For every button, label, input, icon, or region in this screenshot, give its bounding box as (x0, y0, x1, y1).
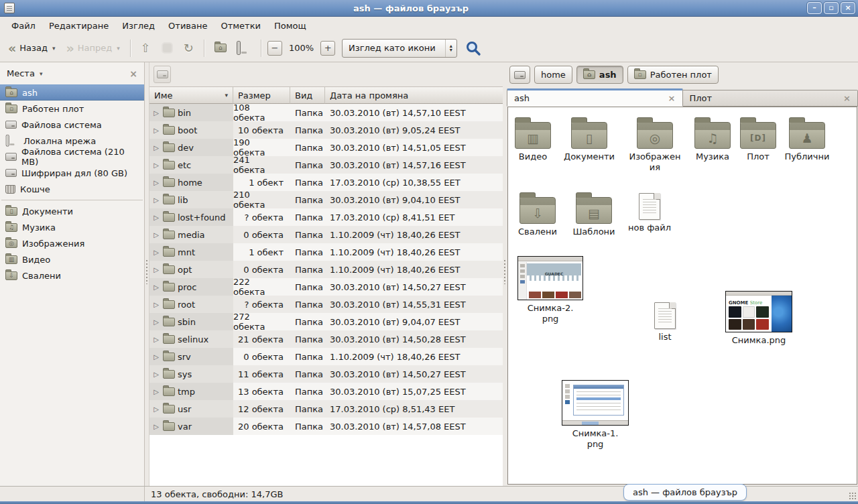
table-row[interactable]: ▷lib210 обектаПапка30.03.2010 (вт) 9,04,… (149, 191, 503, 208)
sidebar-item-filesystem-210mb[interactable]: Файлова система (210 MB) (0, 149, 144, 165)
table-row[interactable]: ▷media0 обектаПапка1.10.2009 (чт) 18,40,… (149, 226, 503, 243)
sidebar-item-home[interactable]: ⌂ ash (0, 84, 144, 101)
expander-icon[interactable]: ▷ (152, 318, 160, 326)
table-row[interactable]: ▷selinux21 обектаПапка30.03.2010 (вт) 14… (149, 330, 503, 348)
expander-icon[interactable]: ▷ (152, 231, 160, 239)
expander-icon[interactable]: ▷ (152, 127, 160, 134)
expander-icon[interactable]: ▷ (152, 214, 160, 221)
table-row[interactable]: ▷proc222 обектаПапка30.03.2010 (вт) 14,5… (149, 278, 503, 296)
expander-icon[interactable]: ▷ (152, 144, 160, 151)
sidebar-item-filesystem[interactable]: Файлова система (0, 117, 144, 133)
menu-view[interactable]: Изглед (116, 19, 161, 33)
view-mode-select[interactable]: Изглед като икони ▴▾ (342, 39, 457, 58)
table-row[interactable]: ▷sbin272 обектаПапка30.03.2010 (вт) 9,04… (149, 313, 503, 330)
path-ash-button[interactable]: ⌂ ash (576, 66, 623, 84)
expander-icon[interactable]: ▷ (152, 109, 160, 117)
minimize-button[interactable]: – (807, 2, 822, 14)
sidebar-item-desktop[interactable]: ▫ Работен плот (0, 101, 144, 117)
places-header[interactable]: Места (7, 68, 35, 78)
column-header-date[interactable]: Дата на промяна (325, 87, 503, 104)
sidebar-item-trash[interactable]: Кошче (0, 181, 144, 197)
back-button[interactable]: « Назад ▾ (4, 40, 59, 56)
expander-icon[interactable]: ▷ (152, 162, 160, 169)
expander-icon[interactable]: ▷ (152, 249, 160, 256)
table-row[interactable]: ▷srv0 обектаПапка1.10.2009 (чт) 18,40,26… (149, 348, 503, 365)
table-row[interactable]: ▷tmp13 обектаПапка30.03.2010 (вт) 15,07,… (149, 383, 503, 400)
sidebar-item-downloads[interactable]: ⇩ Свалени (0, 267, 144, 284)
table-row[interactable]: ▷home1 обектПапка17.03.2010 (ср) 10,38,5… (149, 174, 503, 191)
menu-file[interactable]: Файл (5, 19, 42, 33)
stop-button[interactable] (158, 39, 177, 57)
zoom-in-button[interactable]: + (320, 41, 335, 56)
tab-close-icon[interactable]: × (843, 93, 851, 103)
pane-splitter[interactable] (145, 62, 149, 486)
table-row[interactable]: ▷sys11 обектаПапка30.03.2010 (вт) 14,50,… (149, 365, 503, 383)
expander-icon[interactable]: ▷ (152, 353, 160, 361)
table-row[interactable]: ▷boot10 обектаПапка30.03.2010 (вт) 9,05,… (149, 121, 503, 139)
table-row[interactable]: ▷dev190 обектаПапка30.03.2010 (вт) 14,51… (149, 139, 503, 156)
path-home-button[interactable]: home (534, 66, 572, 84)
close-button[interactable]: × (841, 2, 855, 14)
sidebar-item-music[interactable]: ♫ Музика (0, 219, 144, 235)
drive-icon-button[interactable] (154, 66, 171, 83)
menu-help[interactable]: Помощ (268, 19, 312, 33)
column-header-size[interactable]: Размер (233, 87, 290, 104)
expander-icon[interactable]: ▷ (152, 388, 160, 395)
window-app-icon[interactable] (4, 3, 15, 13)
menu-bookmarks[interactable]: Отметки (214, 19, 266, 33)
icon-item-snimka[interactable]: GNOME Store Снимка.png (729, 291, 789, 346)
icon-item-public[interactable]: ♟ Публични (777, 117, 837, 162)
icon-item-snimka-1[interactable]: Снимка-1.png (565, 379, 625, 450)
zoom-out-button[interactable]: − (267, 41, 282, 56)
icon-item-downloads[interactable]: ⇩ Свалени (507, 192, 568, 237)
column-header-kind[interactable]: Вид (290, 87, 325, 104)
icon-item-templates[interactable]: ▤ Шаблони (564, 192, 624, 237)
expander-icon[interactable]: ▷ (152, 284, 160, 291)
sidebar-close-icon[interactable]: × (129, 68, 137, 79)
expander-icon[interactable]: ▷ (152, 336, 160, 343)
resize-grip[interactable] (849, 492, 857, 500)
icon-view[interactable]: ▥ Видео ▯ Документи ◎ Изображения ♫ Музи… (507, 107, 857, 485)
menu-go[interactable]: Отиване (162, 19, 213, 33)
expander-icon[interactable]: ▷ (152, 266, 160, 273)
expander-icon[interactable]: ▷ (152, 301, 160, 308)
table-row[interactable]: ▷mnt1 обектПапка1.10.2009 (чт) 18,40,26 … (149, 243, 503, 261)
up-button[interactable]: ⇧ (137, 39, 155, 58)
path-root-button[interactable] (509, 66, 530, 84)
sidebar-item-pictures[interactable]: ◎ Изображения (0, 235, 144, 251)
icon-item-list[interactable]: list (635, 298, 695, 342)
sidebar-item-encrypted-80gb[interactable]: Шифриран дял (80 GB) (0, 165, 144, 181)
icon-item-documents[interactable]: ▯ Документи (559, 117, 619, 162)
table-row[interactable]: ▷usr12 обектаПапка17.03.2010 (ср) 8,51,4… (149, 400, 503, 418)
reload-button[interactable]: ↻ (180, 39, 198, 58)
pane-splitter[interactable] (503, 62, 507, 486)
expander-icon[interactable]: ▷ (152, 423, 160, 430)
computer-button[interactable] (233, 40, 255, 57)
expander-icon[interactable]: ▷ (152, 179, 160, 186)
table-row[interactable]: ▷root? обектаПапка30.03.2010 (вт) 14,55,… (149, 296, 503, 313)
home-button[interactable]: ⌂ (210, 40, 231, 56)
sidebar-item-videos[interactable]: ▥ Видео (0, 251, 144, 267)
places-header-caret-icon[interactable]: ▾ (40, 70, 43, 77)
table-row[interactable]: ▷etc241 обектаПапка30.03.2010 (вт) 14,57… (149, 156, 503, 174)
search-icon[interactable] (465, 40, 481, 56)
icon-item-snimka-2[interactable]: GUADEC Снимка-2.png (520, 255, 580, 324)
icon-item-videos[interactable]: ▥ Видео (507, 117, 563, 162)
back-dropdown-icon[interactable]: ▾ (52, 45, 56, 52)
table-row[interactable]: ▷opt0 обектаПапка1.10.2009 (чт) 18,40,26… (149, 261, 503, 278)
table-row[interactable]: ▷lost+found? обектаПапка17.03.2010 (ср) … (149, 208, 503, 226)
tab-plot[interactable]: Плот × (683, 90, 858, 107)
maximize-button[interactable]: ▫ (824, 2, 839, 14)
icon-item-new-file[interactable]: нов файл (619, 189, 680, 233)
forward-button[interactable]: » Напред ▾ (62, 40, 123, 56)
tab-close-icon[interactable]: × (668, 93, 676, 103)
icon-item-pictures[interactable]: ◎ Изображения (625, 117, 685, 173)
tab-ash[interactable]: ash × (507, 88, 683, 107)
column-header-name[interactable]: Име ▾ (149, 87, 233, 104)
menu-edit[interactable]: Редактиране (43, 19, 115, 33)
expander-icon[interactable]: ▷ (152, 405, 160, 413)
expander-icon[interactable]: ▷ (152, 196, 160, 204)
table-row[interactable]: ▷var20 обектаПапка30.03.2010 (вт) 14,57,… (149, 418, 503, 435)
path-desktop-button[interactable]: ▫ Работен плот (627, 66, 719, 84)
table-row[interactable]: ▷bin108 обектаПапка30.03.2010 (вт) 14,57… (149, 104, 503, 121)
